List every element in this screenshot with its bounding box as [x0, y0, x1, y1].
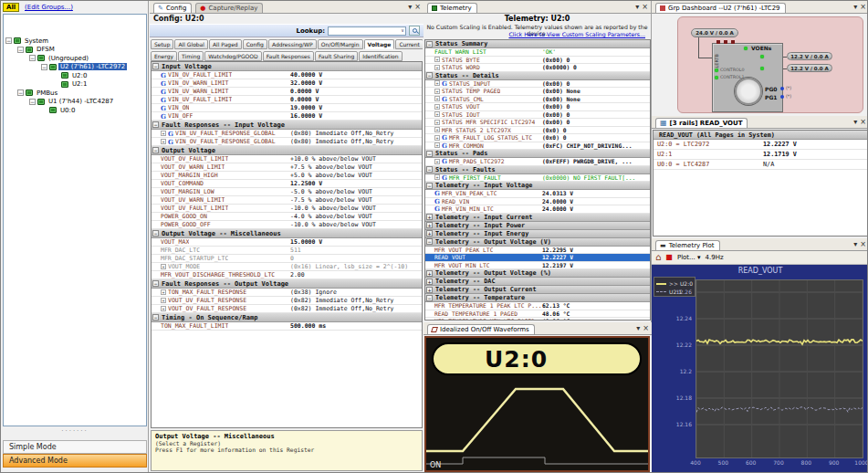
register-row[interactable]: +VOUT_MODE(0x16) Linear, lsb_size = 2^(-… [152, 263, 422, 271]
tree-expand-icon[interactable]: − [29, 55, 36, 61]
stop-icon[interactable]: ■ [665, 254, 673, 261]
config-tab-watchdog-pgood[interactable]: Watchdog/PGOOD [204, 51, 261, 61]
section-expand-icon[interactable]: − [152, 63, 159, 69]
section-expand-icon[interactable]: + [426, 279, 433, 285]
close-icon[interactable]: × [642, 4, 648, 11]
tree-item[interactable]: U0:0 [4, 106, 146, 115]
close-icon[interactable]: × [860, 241, 866, 248]
tree-item[interactable]: −U1 (7'h44) -LTC4287 [4, 98, 146, 107]
register-row[interactable]: +STATUS_MFR_SPECIFIC_LTC2974(0x00) 0 [425, 119, 650, 127]
tab-read-vout[interactable]: ▦ [3 rails] READ_VOUT [655, 118, 748, 128]
edit-groups-link[interactable]: (Edit Groups...) [25, 4, 73, 11]
config-tab-addressing-wp[interactable]: Addressing/WP [268, 39, 317, 49]
custom-scaling-link[interactable]: Click Here to View Custom Scaling Parame… [508, 31, 645, 37]
register-row[interactable]: MFR_VOUT_MIN_LTC12.2197 V [425, 262, 650, 270]
tree-item[interactable]: −PMBus [4, 89, 146, 98]
register-row[interactable]: VOUT_OV_WARN_LIMIT+7.5 % above/below VOU… [152, 163, 422, 172]
config-tab-fault-responses[interactable]: Fault Responses [263, 51, 314, 61]
tree-expand-icon[interactable]: − [41, 64, 47, 70]
register-section-header[interactable]: +Telemetry -- DAC [425, 278, 650, 286]
register-row[interactable]: +STATUS_VOUT(0x00) 0 [425, 103, 650, 111]
register-row[interactable]: VOUT_UV_WARN_LIMIT-7.5 % above/below VOU… [152, 196, 422, 205]
row-expand-icon[interactable]: + [161, 131, 166, 136]
section-expand-icon[interactable]: − [152, 280, 159, 287]
register-row[interactable]: MFR_VOUT_DISCHARGE_THRESHOLD_LTC2.00 [152, 271, 422, 279]
register-row[interactable]: +GVIN_OV_FAULT_RESPONSE_GLOBAL(0x80) Imm… [152, 138, 422, 146]
config-tab-voltage[interactable]: Voltage [364, 39, 395, 49]
register-section-header[interactable]: −Fault Responses -- Output Voltage [152, 279, 422, 289]
row-expand-icon[interactable]: + [434, 135, 440, 141]
register-row[interactable]: TON_MAX_FAULT_LIMIT500.000 ms [152, 322, 422, 331]
config-tab-all-global[interactable]: All Global [174, 39, 208, 49]
section-expand-icon[interactable]: − [152, 230, 159, 236]
row-expand-icon[interactable]: + [434, 127, 440, 132]
config-tab-energy[interactable]: Energy [151, 51, 177, 61]
tree-expand-icon[interactable]: − [5, 37, 12, 44]
panel-splitter-handle[interactable]: ······· [3, 428, 147, 434]
close-icon[interactable]: × [860, 119, 866, 126]
pin-menu-icon[interactable]: ▾ [408, 4, 412, 11]
tree-item[interactable]: −DFSM [4, 46, 146, 55]
section-expand-icon[interactable]: − [152, 147, 159, 153]
tab-dashboard[interactable]: Grp Dashboard --U2 (7'h61) -LTC29 [655, 3, 786, 13]
advanced-mode-button[interactable]: Advanced Mode [3, 454, 147, 468]
register-row[interactable]: +GMFR_PADS_LTC2972(0xFEFF) PWRGDB_DRIVE,… [425, 158, 650, 166]
register-section-header[interactable]: +Telemetry -- Output Current [425, 286, 650, 294]
register-row[interactable]: +VOUT_OV_FAULT_RESPONSE(0x82) Immediate … [152, 305, 422, 313]
rail-row[interactable]: U2:112.1719 V [654, 150, 867, 160]
config-tab-timing[interactable]: Timing [178, 51, 204, 61]
section-expand-icon[interactable]: − [152, 314, 159, 321]
row-expand-icon[interactable]: + [434, 142, 440, 148]
section-expand-icon[interactable]: − [426, 166, 433, 173]
config-tab-setup[interactable]: Setup [151, 39, 173, 49]
register-row[interactable]: VOUT_MAX15.0000 V [152, 238, 422, 247]
row-expand-icon[interactable]: + [434, 159, 440, 164]
register-row[interactable]: POWER_GOOD_OFF-10.0 % above/below VOUT [152, 221, 422, 229]
register-section-header[interactable]: −Fault Responses -- Input Voltage [152, 121, 422, 130]
row-expand-icon[interactable]: + [161, 139, 166, 144]
home-icon[interactable]: ⌂ [655, 253, 661, 262]
register-row[interactable]: VOUT_UV_FAULT_LIMIT-10.0 % above/below V… [152, 205, 422, 213]
register-section-header[interactable]: +Telemetry -- Output Voltage (%) [425, 269, 650, 278]
tree-expand-icon[interactable]: − [17, 47, 24, 53]
pin-menu-icon[interactable]: ▾ [853, 119, 857, 126]
pin-menu-icon[interactable]: ▾ [853, 241, 857, 248]
tab-telemetry-plot[interactable]: ▬ Telemetry Plot [655, 240, 720, 250]
register-row[interactable]: MFR_DAC_STARTUP_LTC0 [152, 255, 422, 263]
tree-expand-icon[interactable]: − [29, 99, 36, 105]
plot-menu-button[interactable]: Plot... ▾ [677, 254, 701, 261]
section-expand-icon[interactable]: + [426, 230, 433, 236]
register-section-header[interactable]: −Input Voltage [152, 62, 422, 71]
config-tab-fault-sharing[interactable]: Fault Sharing [315, 51, 358, 61]
config-tab-identification[interactable]: Identification [359, 51, 402, 61]
config-tab-on-off-margin[interactable]: On/Off/Margin [318, 39, 363, 49]
register-row[interactable]: +TON_MAX_FAULT_RESPONSE(0x38) Ignore [152, 289, 422, 297]
config-tab-all-paged[interactable]: All Paged [209, 39, 242, 49]
register-section-header[interactable]: −Status Summary [425, 40, 650, 48]
register-row[interactable]: VOUT_COMMAND12.2500 V [152, 180, 422, 188]
rail-row[interactable]: U0:0 = LTC4287N/A [654, 160, 867, 170]
section-expand-icon[interactable]: − [426, 41, 433, 47]
section-expand-icon[interactable]: + [426, 222, 433, 228]
lookup-input[interactable] [328, 26, 406, 36]
register-section-header[interactable]: −Telemetry -- Temperature [425, 294, 650, 302]
register-row[interactable]: VOUT_MARGIN_LOW-5.0 % above/below VOUT [152, 188, 422, 196]
section-expand-icon[interactable]: + [426, 270, 433, 277]
section-expand-icon[interactable]: − [426, 183, 433, 189]
section-expand-icon[interactable]: − [152, 121, 159, 128]
all-groups-badge[interactable]: All [3, 3, 19, 12]
pin-menu-icon[interactable]: ▾ [635, 4, 639, 11]
register-section-header[interactable]: −Output Voltage -- Miscellaneous [152, 229, 422, 238]
tab-capture-replay[interactable]: ● Capture/Replay [195, 3, 263, 13]
row-expand-icon[interactable]: + [161, 298, 166, 303]
row-expand-icon[interactable]: + [161, 289, 166, 295]
search-button[interactable] [409, 26, 420, 36]
section-expand-icon[interactable]: + [426, 214, 433, 220]
row-expand-icon[interactable]: + [434, 96, 440, 101]
register-row[interactable]: MFR_DAC_LTC511 [152, 247, 422, 255]
rail-row[interactable]: U2:0 = LTC297212.2227 V [654, 140, 867, 150]
simple-mode-button[interactable]: Simple Mode [3, 440, 147, 454]
section-expand-icon[interactable]: − [426, 151, 433, 157]
register-row[interactable]: +GMFR_FIRST_FAULT(0x0000) NO FIRST FAULT… [425, 174, 650, 183]
row-expand-icon[interactable]: + [161, 306, 166, 311]
